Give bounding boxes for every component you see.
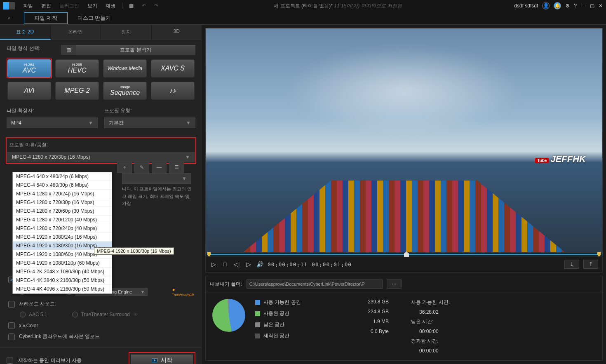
format-button-2[interactable]: Windows Media (103, 59, 147, 77)
scrub-in-marker[interactable] (207, 252, 211, 257)
profile-option[interactable]: MPEG-4 1280 x 720/120p (40 Mbps) (13, 216, 112, 224)
minimize-icon[interactable]: — (581, 3, 586, 9)
menu-file[interactable]: 파일 (20, 2, 36, 10)
scrub-playhead[interactable] (404, 251, 409, 257)
format-grid: H.264AVCH.265HEVCWindows MediaXAVC SAVIM… (7, 59, 195, 101)
time-elapsed-value: 00:00:00 (411, 348, 493, 354)
play-button[interactable]: ▷ (210, 261, 217, 268)
left-panel: 표준 2D 온라인 장치 3D 파일 형식 선택: ▨ 프로필 분석기 H.26… (0, 25, 202, 364)
timecode-total: 00;00;01;00 (312, 261, 352, 268)
profile-dropdown-list: MPEG-4 640 x 480/24p (6 Mbps)MPEG-4 640 … (12, 172, 112, 294)
xvcolor-label: x.v.Color (19, 323, 38, 329)
export-folder-label: 내보내기 폴더: (210, 281, 242, 288)
format-button-1[interactable]: H.265HEVC (55, 59, 99, 77)
menu-view[interactable]: 보기 (84, 2, 101, 10)
settings-icon[interactable]: ⚙ (565, 3, 570, 9)
time-elapsed-label: 경과한 시간: (411, 338, 493, 345)
layout-icon[interactable]: ▦ (126, 2, 137, 9)
file-ext-label: 파일 확장자: (7, 107, 98, 114)
add-profile-button[interactable]: + (117, 162, 132, 173)
profile-name-label: 프로필 이름/품질: (9, 141, 195, 148)
redo-icon: ↷ (151, 2, 162, 9)
format-button-0[interactable]: H.264AVC (7, 59, 51, 77)
truevelocity-logo-icon: ►TrueVelocity10 (172, 287, 194, 296)
window-title: 새 프로젝트 (타이틀 없음)* 11:15이(가) 마지막으로 저장됨 (163, 2, 512, 9)
player-controls: ▷ □ ◁| |▷ 🔊 00;00;00;11 00;00;01;00 ⤓ ⤒ (205, 256, 603, 272)
browse-folder-button[interactable]: ⋯ (387, 279, 402, 289)
maximize-icon[interactable]: ▢ (590, 3, 594, 9)
format-select-label: 파일 형식 선택: (7, 45, 40, 52)
app-logo-icon (3, 2, 15, 9)
close-icon[interactable]: ✕ (599, 3, 603, 9)
profile-icon[interactable]: 👤 (542, 2, 550, 9)
legend-row: 사용된 공간 (255, 310, 346, 317)
eye-icon: 👁 (133, 312, 138, 317)
undo-icon: ↶ (139, 2, 149, 9)
profile-option[interactable]: MPEG-4 640 x 480/24p (6 Mbps) (13, 172, 112, 181)
tab-device[interactable]: 장치 (101, 25, 152, 40)
file-ext-dropdown[interactable]: MP4▼ (7, 117, 98, 128)
surround-checkbox[interactable] (8, 301, 15, 308)
audio-dropdown[interactable]: ▼ (122, 173, 191, 184)
legend-row: 남은 공간 (255, 321, 346, 328)
scrub-out-marker[interactable] (597, 252, 601, 257)
toolbar-row: ← 파일 제작 디스크 만들기 (0, 12, 606, 25)
aac-label: AAC 5.1 (29, 312, 47, 317)
tab-standard-2d[interactable]: 표준 2D (0, 25, 51, 40)
start-button[interactable]: 시작 (131, 355, 193, 364)
notification-icon[interactable]: 🔔 (554, 2, 561, 9)
profile-option[interactable]: MPEG-4 2K 2048 x 1080/30p (40 Mbps) (13, 268, 112, 276)
preview-while-render-checkbox[interactable] (7, 357, 13, 364)
menu-playback[interactable]: 재생 (102, 2, 119, 10)
disk-pie-chart (212, 299, 245, 332)
xvcolor-checkbox[interactable] (8, 322, 15, 329)
menu-edit[interactable]: 편집 (38, 2, 54, 10)
profile-option[interactable]: MPEG-4 640 x 480/30p (6 Mbps) (13, 181, 112, 190)
stop-button[interactable]: □ (221, 261, 229, 268)
time-remain-value: 00:00:00 (411, 329, 493, 334)
format-button-3[interactable]: XAVC S (151, 59, 195, 77)
back-arrow-icon[interactable]: ← (7, 14, 14, 22)
profile-option[interactable]: MPEG-4 4K 3840 x 2160/30p (50 Mbps) (13, 276, 112, 285)
analyzer-icon[interactable]: ▨ (61, 45, 76, 55)
time-remain-label: 남은 시간: (411, 318, 493, 325)
profile-name-dropdown[interactable]: MPEG-4 1280 x 720/30p (16 Mbps)▼ (7, 152, 195, 162)
profile-type-dropdown[interactable]: 기본값▼ (104, 117, 195, 128)
next-frame-button[interactable]: |▷ (244, 261, 252, 268)
profile-option[interactable]: MPEG-4 1920 x 1080/120p (60 Mbps) (13, 259, 112, 268)
profile-details-button[interactable]: ☰ (169, 162, 184, 173)
volume-icon[interactable]: 🔊 (256, 261, 263, 268)
tab-3d[interactable]: 3D (152, 25, 202, 40)
format-button-6[interactable]: ImageSequence (103, 82, 147, 100)
menu-plugin: 플러그인 (56, 2, 82, 10)
profile-option[interactable]: MPEG-4 1280 x 720/240p (40 Mbps) (13, 224, 112, 233)
preview-while-render-label: 제작하는 동안 미리보기 사용 (18, 357, 82, 364)
play-icon (152, 358, 157, 362)
format-button-4[interactable]: AVI (7, 82, 51, 100)
profile-analyzer-button[interactable]: 프로필 분석기 (76, 45, 195, 55)
legend-value: 239.8 GB (356, 299, 389, 305)
snapshot-button[interactable]: ⤓ (564, 260, 579, 269)
timeline-scrubber[interactable] (205, 252, 603, 256)
time-avail-label: 사용 가능한 시간: (411, 299, 493, 306)
file-produce-button[interactable]: 파일 제작 (24, 12, 68, 24)
tab-online[interactable]: 온라인 (51, 25, 101, 40)
prev-frame-button[interactable]: ◁| (233, 261, 240, 268)
format-button-5[interactable]: MPEG-2 (55, 82, 99, 100)
export-frame-button[interactable]: ⤒ (583, 260, 598, 269)
profile-option[interactable]: MPEG-4 4K 4096 x 2160/30p (50 Mbps) (13, 285, 112, 294)
format-button-7[interactable]: ♪♪ (151, 82, 195, 100)
remove-profile-button[interactable]: — (152, 162, 167, 173)
cloud-label: CyberLink 클라우드에 복사본 업로드 (19, 333, 100, 340)
top-menu-bar: 파일 편집 플러그인 보기 재생 ▦ ↶ ↷ 새 프로젝트 (타이틀 없음)* … (0, 0, 606, 12)
profile-option[interactable]: MPEG-4 1280 x 720/24p (16 Mbps) (13, 190, 112, 198)
profile-option[interactable]: MPEG-4 1280 x 720/30p (16 Mbps) (13, 198, 112, 207)
profile-option[interactable]: MPEG-4 1280 x 720/60p (30 Mbps) (13, 207, 112, 216)
export-path-input[interactable]: C:\Users\approve\Documents\CyberLink\Pow… (247, 279, 383, 289)
edit-profile-button[interactable]: ✎ (134, 162, 149, 173)
cloud-checkbox[interactable] (8, 333, 15, 340)
disc-create-link[interactable]: 디스크 만들기 (78, 14, 111, 22)
preview-viewport[interactable]: TubeJEFFHK (205, 28, 603, 252)
help-icon[interactable]: ? (574, 3, 577, 9)
profile-option[interactable]: MPEG-4 1920 x 1080/24p (16 Mbps) (13, 233, 112, 242)
